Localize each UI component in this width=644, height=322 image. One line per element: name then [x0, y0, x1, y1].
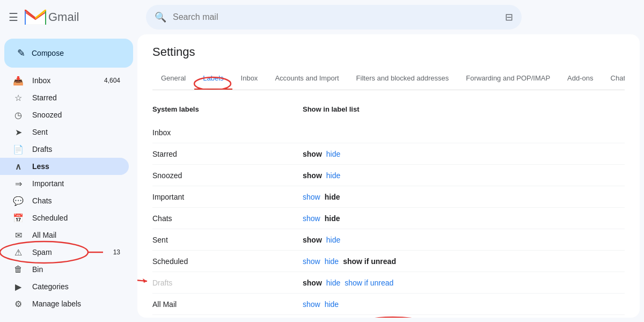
gmail-logo: Gmail: [25, 10, 79, 25]
starred-show-link[interactable]: show: [303, 150, 322, 158]
scheduled-unread-link[interactable]: show if unread: [343, 257, 396, 266]
menu-icon[interactable]: ☰: [9, 11, 18, 24]
label-actions-drafts: show hide show if unread: [303, 279, 625, 287]
tab-filters[interactable]: Filters and blocked addresses: [348, 68, 458, 90]
sidebar-item-important[interactable]: ⇒ Important: [0, 175, 129, 192]
sidebar-item-manage-labels[interactable]: ⚙ Manage labels: [0, 295, 129, 312]
categories-icon: ▶: [13, 282, 24, 292]
sidebar-item-snoozed[interactable]: ◷ Snoozed: [0, 106, 129, 123]
sent-hide-link[interactable]: hide: [326, 236, 340, 244]
tab-labels[interactable]: Labels: [194, 68, 232, 90]
drafts-show-link[interactable]: show: [303, 279, 322, 287]
snoozed-icon: ◷: [13, 110, 24, 120]
chats-icon: 💬: [13, 196, 24, 206]
sent-show-link[interactable]: show: [303, 236, 322, 244]
table-row: Sent show hide: [152, 229, 625, 251]
drafts-unread-link[interactable]: show if unread: [345, 279, 393, 287]
tab-chat[interactable]: Chat and Meet: [602, 68, 625, 90]
tab-forwarding[interactable]: Forwarding and POP/IMAP: [457, 68, 559, 90]
compose-button[interactable]: ✎ Compose: [4, 39, 133, 68]
sidebar-item-starred[interactable]: ☆ Starred: [0, 89, 129, 106]
sidebar-item-scheduled[interactable]: 📅 Scheduled: [0, 209, 129, 226]
settings-tabs: General Labels Inbox Accounts and Import…: [152, 68, 625, 90]
sidebar: ✎ Compose 📥 Inbox 4,604 ☆ Starred ◷ Snoo…: [0, 34, 137, 322]
chats-label: Chats: [32, 196, 120, 205]
starred-icon: ☆: [13, 93, 24, 103]
label-actions-scheduled: show hide show if unread: [303, 257, 625, 266]
label-name-scheduled: Scheduled: [152, 257, 303, 266]
svg-rect-3: [45, 10, 46, 25]
bin-icon: 🗑: [13, 265, 24, 274]
main-content: Settings General Labels Inbox Accounts a…: [137, 34, 640, 318]
sidebar-item-sent[interactable]: ➤ Sent: [0, 123, 129, 141]
all-mail-label: All Mail: [32, 231, 120, 239]
table-row: Inbox: [152, 122, 625, 143]
important-icon: ⇒: [13, 179, 24, 189]
gmail-text: Gmail: [48, 10, 79, 24]
all-mail-hide-link[interactable]: hide: [325, 300, 339, 309]
inbox-count: 4,604: [104, 77, 120, 84]
svg-rect-2: [25, 10, 26, 25]
scheduled-label: Scheduled: [32, 214, 120, 222]
drafts-hide-link[interactable]: hide: [326, 279, 340, 287]
svg-point-7: [194, 77, 231, 90]
chats-show-link[interactable]: show: [303, 214, 320, 223]
sidebar-item-chats[interactable]: 💬 Chats: [0, 192, 129, 209]
tab-addons[interactable]: Add-ons: [559, 68, 602, 90]
label-actions-chats: show hide: [303, 214, 625, 223]
sidebar-item-less[interactable]: ∧ Less: [0, 158, 129, 175]
sidebar-item-categories[interactable]: ▶ Categories: [0, 278, 129, 295]
all-mail-icon: ✉: [13, 230, 24, 240]
header-left: ☰ Gmail: [9, 10, 137, 25]
tab-general[interactable]: General: [152, 68, 194, 90]
less-label: Less: [32, 162, 120, 171]
important-label: Important: [32, 179, 120, 188]
settings-header: Settings General Labels Inbox Accounts a…: [137, 34, 640, 90]
tab-inbox[interactable]: Inbox: [232, 68, 267, 90]
label-actions-starred: show hide: [303, 150, 625, 158]
starred-label: Starred: [32, 93, 120, 102]
filter-options-icon[interactable]: ⊟: [505, 11, 513, 23]
sidebar-item-all-mail[interactable]: ✉ All Mail: [0, 226, 129, 244]
table-row-spam: Spam show hide show if unread: [152, 315, 625, 318]
label-name-snoozed: Snoozed: [152, 171, 303, 180]
label-actions-important: show hide: [303, 193, 625, 201]
manage-labels-label: Manage labels: [32, 299, 120, 308]
sent-label: Sent: [32, 128, 120, 136]
table-row: Scheduled show hide show if unread: [152, 251, 625, 272]
spam-label: Spam: [32, 248, 113, 257]
chats-hide-link[interactable]: hide: [325, 214, 340, 223]
label-name-all-mail: All Mail: [152, 300, 303, 309]
search-input[interactable]: [173, 12, 499, 22]
scheduled-show-link[interactable]: show: [303, 257, 320, 266]
sidebar-item-spam[interactable]: ⚠ Spam 13: [0, 244, 129, 261]
spam-icon: ⚠: [13, 247, 24, 258]
snoozed-hide-link[interactable]: hide: [326, 171, 340, 180]
starred-hide-link[interactable]: hide: [326, 150, 340, 158]
col-system-labels: System labels: [152, 105, 303, 113]
sidebar-item-drafts[interactable]: 📄 Drafts: [0, 141, 129, 158]
tab-accounts[interactable]: Accounts and Import: [266, 68, 347, 90]
settings-title: Settings: [152, 45, 625, 59]
scheduled-icon: 📅: [13, 213, 24, 223]
table-header: System labels Show in label list: [152, 101, 625, 118]
svg-point-9: [356, 317, 429, 318]
label-name-chats: Chats: [152, 214, 303, 223]
label-name-starred: Starred: [152, 150, 303, 158]
important-show-link[interactable]: show: [303, 193, 320, 201]
manage-labels-icon: ⚙: [13, 299, 24, 309]
inbox-label: Inbox: [32, 76, 104, 85]
sidebar-item-inbox[interactable]: 📥 Inbox 4,604: [0, 72, 129, 89]
important-hide-link[interactable]: hide: [325, 193, 340, 201]
svg-marker-8: [143, 279, 147, 283]
label-actions-all-mail: show hide: [303, 300, 625, 309]
sidebar-item-bin[interactable]: 🗑 Bin: [0, 261, 129, 278]
snoozed-show-link[interactable]: show: [303, 171, 322, 180]
body-container: ✎ Compose 📥 Inbox 4,604 ☆ Starred ◷ Snoo…: [0, 34, 644, 322]
table-row: Starred show hide: [152, 143, 625, 165]
scheduled-hide-link[interactable]: hide: [325, 257, 339, 266]
label-name-sent: Sent: [152, 236, 303, 244]
labels-table: System labels Show in label list Inbox S…: [152, 101, 625, 318]
all-mail-show-link[interactable]: show: [303, 300, 320, 309]
inbox-icon: 📥: [13, 76, 24, 86]
